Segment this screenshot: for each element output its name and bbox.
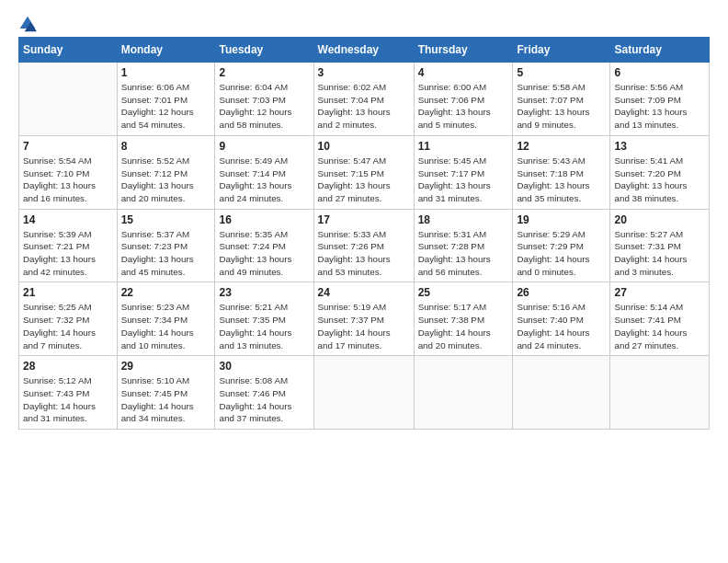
page-header <box>18 15 710 33</box>
calendar-cell: 18Sunrise: 5:31 AM Sunset: 7:28 PM Dayli… <box>414 209 513 282</box>
day-number: 25 <box>418 286 509 299</box>
day-info: Sunrise: 5:37 AM Sunset: 7:23 PM Dayligh… <box>121 228 211 279</box>
day-number: 27 <box>614 286 705 299</box>
calendar-cell: 15Sunrise: 5:37 AM Sunset: 7:23 PM Dayli… <box>117 209 215 282</box>
day-number: 26 <box>517 286 606 299</box>
calendar-cell: 4Sunrise: 6:00 AM Sunset: 7:06 PM Daylig… <box>414 63 513 136</box>
calendar-cell: 23Sunrise: 5:21 AM Sunset: 7:35 PM Dayli… <box>215 282 313 356</box>
calendar-cell: 24Sunrise: 5:19 AM Sunset: 7:37 PM Dayli… <box>313 282 414 356</box>
weekday-header-tuesday: Tuesday <box>215 38 313 63</box>
day-number: 12 <box>517 140 606 153</box>
day-number: 2 <box>219 66 309 79</box>
calendar-cell: 30Sunrise: 5:08 AM Sunset: 7:46 PM Dayli… <box>215 356 313 430</box>
calendar-cell: 13Sunrise: 5:41 AM Sunset: 7:20 PM Dayli… <box>610 135 710 209</box>
day-info: Sunrise: 6:06 AM Sunset: 7:01 PM Dayligh… <box>121 81 211 132</box>
calendar-cell <box>313 356 414 430</box>
day-number: 5 <box>517 66 606 79</box>
calendar-cell: 21Sunrise: 5:25 AM Sunset: 7:32 PM Dayli… <box>19 282 118 356</box>
calendar-cell <box>414 356 513 430</box>
day-number: 1 <box>121 66 211 79</box>
day-number: 13 <box>614 140 705 153</box>
day-info: Sunrise: 5:19 AM Sunset: 7:37 PM Dayligh… <box>318 301 410 351</box>
day-info: Sunrise: 5:21 AM Sunset: 7:35 PM Dayligh… <box>219 301 309 351</box>
day-number: 20 <box>614 213 705 226</box>
day-info: Sunrise: 5:33 AM Sunset: 7:26 PM Dayligh… <box>318 228 410 279</box>
weekday-header-friday: Friday <box>513 38 610 63</box>
day-info: Sunrise: 6:04 AM Sunset: 7:03 PM Dayligh… <box>219 81 309 132</box>
day-info: Sunrise: 6:00 AM Sunset: 7:06 PM Dayligh… <box>418 81 509 132</box>
day-number: 21 <box>23 286 113 299</box>
day-number: 17 <box>318 213 410 226</box>
calendar-cell: 5Sunrise: 5:58 AM Sunset: 7:07 PM Daylig… <box>513 63 610 136</box>
calendar-cell: 25Sunrise: 5:17 AM Sunset: 7:38 PM Dayli… <box>414 282 513 356</box>
calendar-week-3: 14Sunrise: 5:39 AM Sunset: 7:21 PM Dayli… <box>19 209 710 282</box>
calendar-cell: 26Sunrise: 5:16 AM Sunset: 7:40 PM Dayli… <box>513 282 610 356</box>
calendar-cell: 11Sunrise: 5:45 AM Sunset: 7:17 PM Dayli… <box>414 135 513 209</box>
calendar-cell: 12Sunrise: 5:43 AM Sunset: 7:18 PM Dayli… <box>513 135 610 209</box>
weekday-header-row: SundayMondayTuesdayWednesdayThursdayFrid… <box>19 38 710 63</box>
weekday-header-thursday: Thursday <box>414 38 513 63</box>
day-info: Sunrise: 5:41 AM Sunset: 7:20 PM Dayligh… <box>614 155 705 205</box>
calendar-cell: 20Sunrise: 5:27 AM Sunset: 7:31 PM Dayli… <box>610 209 710 282</box>
day-info: Sunrise: 5:39 AM Sunset: 7:21 PM Dayligh… <box>23 228 113 279</box>
day-number: 9 <box>219 140 309 153</box>
day-number: 22 <box>121 286 211 299</box>
day-info: Sunrise: 5:25 AM Sunset: 7:32 PM Dayligh… <box>23 301 113 351</box>
calendar-cell: 2Sunrise: 6:04 AM Sunset: 7:03 PM Daylig… <box>215 63 313 136</box>
day-number: 6 <box>614 66 705 79</box>
calendar-cell <box>19 63 118 136</box>
day-info: Sunrise: 6:02 AM Sunset: 7:04 PM Dayligh… <box>318 81 410 132</box>
calendar-cell: 19Sunrise: 5:29 AM Sunset: 7:29 PM Dayli… <box>513 209 610 282</box>
day-number: 28 <box>23 360 113 373</box>
calendar-cell: 22Sunrise: 5:23 AM Sunset: 7:34 PM Dayli… <box>117 282 215 356</box>
day-number: 4 <box>418 66 509 79</box>
calendar-cell <box>610 356 710 430</box>
day-info: Sunrise: 5:43 AM Sunset: 7:18 PM Dayligh… <box>517 155 606 205</box>
day-info: Sunrise: 5:14 AM Sunset: 7:41 PM Dayligh… <box>614 301 705 351</box>
day-number: 3 <box>318 66 410 79</box>
calendar-cell: 6Sunrise: 5:56 AM Sunset: 7:09 PM Daylig… <box>610 63 710 136</box>
day-number: 23 <box>219 286 309 299</box>
calendar-cell: 8Sunrise: 5:52 AM Sunset: 7:12 PM Daylig… <box>117 135 215 209</box>
day-info: Sunrise: 5:58 AM Sunset: 7:07 PM Dayligh… <box>517 81 606 132</box>
calendar-table: SundayMondayTuesdayWednesdayThursdayFrid… <box>18 37 710 430</box>
calendar-cell: 29Sunrise: 5:10 AM Sunset: 7:45 PM Dayli… <box>117 356 215 430</box>
weekday-header-monday: Monday <box>117 38 215 63</box>
logo <box>18 15 40 33</box>
calendar-cell: 14Sunrise: 5:39 AM Sunset: 7:21 PM Dayli… <box>19 209 118 282</box>
day-info: Sunrise: 5:12 AM Sunset: 7:43 PM Dayligh… <box>23 374 113 425</box>
calendar-cell: 28Sunrise: 5:12 AM Sunset: 7:43 PM Dayli… <box>19 356 118 430</box>
day-number: 8 <box>121 140 211 153</box>
day-number: 7 <box>23 140 113 153</box>
day-number: 24 <box>318 286 410 299</box>
day-info: Sunrise: 5:54 AM Sunset: 7:10 PM Dayligh… <box>23 155 113 205</box>
calendar-week-4: 21Sunrise: 5:25 AM Sunset: 7:32 PM Dayli… <box>19 282 710 356</box>
day-info: Sunrise: 5:45 AM Sunset: 7:17 PM Dayligh… <box>418 155 509 205</box>
calendar-cell: 10Sunrise: 5:47 AM Sunset: 7:15 PM Dayli… <box>313 135 414 209</box>
day-info: Sunrise: 5:47 AM Sunset: 7:15 PM Dayligh… <box>318 155 410 205</box>
day-info: Sunrise: 5:23 AM Sunset: 7:34 PM Dayligh… <box>121 301 211 351</box>
calendar-week-2: 7Sunrise: 5:54 AM Sunset: 7:10 PM Daylig… <box>19 135 710 209</box>
day-info: Sunrise: 5:31 AM Sunset: 7:28 PM Dayligh… <box>418 228 509 279</box>
day-number: 14 <box>23 213 113 226</box>
day-info: Sunrise: 5:56 AM Sunset: 7:09 PM Dayligh… <box>614 81 705 132</box>
day-info: Sunrise: 5:16 AM Sunset: 7:40 PM Dayligh… <box>517 301 606 351</box>
calendar-week-1: 1Sunrise: 6:06 AM Sunset: 7:01 PM Daylig… <box>19 63 710 136</box>
day-info: Sunrise: 5:52 AM Sunset: 7:12 PM Dayligh… <box>121 155 211 205</box>
day-info: Sunrise: 5:35 AM Sunset: 7:24 PM Dayligh… <box>219 228 309 279</box>
day-number: 15 <box>121 213 211 226</box>
day-number: 16 <box>219 213 309 226</box>
calendar-cell: 3Sunrise: 6:02 AM Sunset: 7:04 PM Daylig… <box>313 63 414 136</box>
calendar-cell: 9Sunrise: 5:49 AM Sunset: 7:14 PM Daylig… <box>215 135 313 209</box>
day-number: 29 <box>121 360 211 373</box>
calendar-page: SundayMondayTuesdayWednesdayThursdayFrid… <box>0 0 728 563</box>
calendar-cell <box>513 356 610 430</box>
day-number: 19 <box>517 213 606 226</box>
day-info: Sunrise: 5:17 AM Sunset: 7:38 PM Dayligh… <box>418 301 509 351</box>
calendar-cell: 27Sunrise: 5:14 AM Sunset: 7:41 PM Dayli… <box>610 282 710 356</box>
weekday-header-sunday: Sunday <box>19 38 118 63</box>
day-info: Sunrise: 5:29 AM Sunset: 7:29 PM Dayligh… <box>517 228 606 279</box>
day-number: 11 <box>418 140 509 153</box>
day-number: 18 <box>418 213 509 226</box>
calendar-cell: 17Sunrise: 5:33 AM Sunset: 7:26 PM Dayli… <box>313 209 414 282</box>
